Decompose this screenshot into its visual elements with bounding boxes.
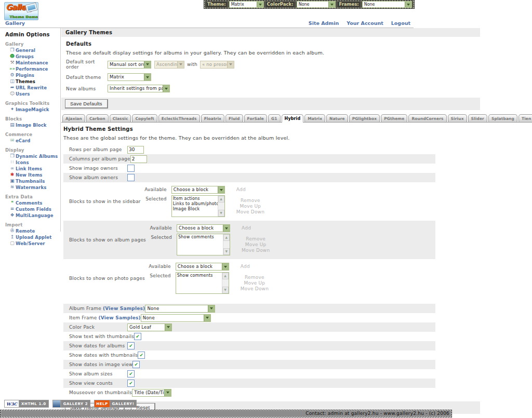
tab-roundcorners[interactable]: RoundCorners [408, 114, 446, 122]
album-move-up-link[interactable]: Move Up [242, 242, 270, 248]
sidebar-move-up-link[interactable]: Move Up [236, 204, 264, 209]
tab-forsale[interactable]: ForSale [244, 114, 268, 122]
show-dates-image-view-checkbox[interactable]: ✔ [132, 361, 140, 368]
tab-eclecticthreads[interactable]: EclecticThreads [158, 114, 200, 122]
photo-remove-block-link[interactable]: Remove [241, 275, 269, 280]
sidebar-item-web-server[interactable]: ▢ Web/Server [9, 240, 60, 246]
album-frame-select[interactable]: None [145, 305, 215, 313]
logout-link[interactable]: Logout [391, 20, 410, 26]
sidebar-item-multilanguage[interactable]: ❖ MultiLanguage [9, 212, 60, 218]
sidebar-item-watermarks[interactable]: ≋ Watermarks [9, 184, 60, 190]
scroll-up-icon[interactable]: ▲ [222, 273, 229, 279]
tab-floatrix[interactable]: Floatrix [201, 114, 224, 122]
album-available-block-select[interactable]: Choose a block [177, 224, 230, 232]
tab-hybrid[interactable]: Hybrid [282, 114, 304, 123]
scroll-down-icon[interactable]: ▼ [218, 210, 224, 217]
sidebar-item-performance[interactable]: »» Performance [9, 66, 60, 72]
show-album-owners-checkbox[interactable] [127, 174, 135, 181]
help-gallery-badge[interactable]: HELP GALLERY! [94, 400, 137, 408]
list-item[interactable]: Show comments [178, 235, 223, 240]
tab-copyleft[interactable]: Copyleft [132, 114, 157, 122]
show-dates-thumbnails-checkbox[interactable]: ✔ [138, 352, 145, 359]
sidebar-item-url-rewrite[interactable]: ➦ URL Rewrite [9, 85, 60, 90]
tab-siriux[interactable]: Siriux [448, 114, 467, 122]
new-albums-select[interactable]: Inherit settings from parent album [108, 85, 170, 92]
sidebar-selected-blocks-listbox[interactable]: Item actions Links to album/photo peers … [171, 195, 225, 217]
list-item[interactable]: Show comments [177, 273, 222, 278]
gallery2-badge[interactable]: GALLERY 2 [52, 400, 91, 408]
item-frame-select[interactable]: None [141, 314, 211, 322]
scroll-up-icon[interactable]: ▲ [218, 196, 224, 203]
sidebar-item-maintenance[interactable]: ⚒ Maintenance [9, 60, 60, 65]
save-defaults-button[interactable]: Save Defaults [65, 99, 108, 109]
list-item[interactable]: Image Block [173, 207, 218, 212]
sidebar-move-down-link[interactable]: Move Down [236, 209, 264, 215]
album-move-down-link[interactable]: Move Down [242, 248, 270, 253]
tab-carbon[interactable]: Carbon [86, 114, 109, 122]
rows-per-page-input[interactable] [127, 146, 144, 154]
scroll-down-icon[interactable]: ▼ [222, 287, 229, 293]
tab-nature[interactable]: Nature [326, 114, 348, 122]
color-pack-select[interactable]: Gold Leaf [127, 323, 172, 331]
sidebar-item-dynamic-albums[interactable]: ❒ Dynamic Albums [9, 153, 60, 159]
sidebar-item-new-items[interactable]: ✱ New Items [9, 172, 60, 178]
tab-g1[interactable]: G1 [268, 114, 281, 122]
sidebar-item-users[interactable]: ☺ Users [9, 91, 60, 97]
default-theme-select[interactable]: Matrix [108, 73, 151, 81]
tab-pglightbox[interactable]: PGlightbox [349, 114, 380, 122]
tab-matrix[interactable]: Matrix [304, 114, 325, 122]
tab-tien[interactable]: Tien [518, 114, 532, 122]
sidebar-item-general[interactable]: ❐ General [9, 47, 60, 53]
sidebar-item-remote[interactable]: ✇ Remote [9, 228, 60, 234]
sidebar-item-plugins[interactable]: ⚙ Plugins [9, 72, 60, 78]
sidebar-item-icons[interactable]: ∷ Icons [9, 159, 60, 165]
w3c-xhtml-badge[interactable]: W3C XHTML 1.0 [4, 400, 49, 408]
album-frame-view-samples-link[interactable]: (View Samples) [103, 306, 145, 311]
show-dates-albums-checkbox[interactable]: ✔ [127, 342, 135, 349]
sidebar-remove-block-link[interactable]: Remove [236, 198, 264, 204]
gallery-logo[interactable]: Gallery Theme Demo [4, 2, 38, 20]
sort-order-select[interactable]: Manual sort order [108, 61, 151, 69]
frames-select[interactable]: None [362, 1, 412, 8]
sidebar-item-thumbnails[interactable]: ▣ Thumbnails [9, 178, 60, 184]
list-item[interactable]: Item actions [173, 196, 218, 201]
photo-move-up-link[interactable]: Move Up [241, 280, 269, 286]
colorpack-select[interactable]: None [297, 1, 336, 8]
sidebar-available-block-select[interactable]: Choose a block [171, 186, 225, 194]
list-item[interactable]: Links to album/photo peers [173, 201, 218, 207]
sidebar-item-upload-applet[interactable]: ↥ Upload Applet [9, 234, 60, 240]
album-remove-block-link[interactable]: Remove [242, 236, 270, 242]
site-admin-link[interactable]: Site Admin [309, 20, 339, 26]
show-text-thumbnails-checkbox[interactable]: ✔ [134, 333, 141, 340]
sidebar-item-link-items[interactable]: ∞ Link Items [9, 166, 60, 171]
theme-select[interactable]: Matrix [229, 1, 264, 8]
tab-pgtheme[interactable]: PGtheme [381, 114, 407, 122]
tab-splatbang[interactable]: Splatbang [488, 114, 517, 122]
tab-fluid[interactable]: Fluid [225, 114, 243, 122]
sidebar-item-themes[interactable]: ◫ Themes [9, 78, 60, 84]
columns-per-page-input[interactable] [130, 155, 147, 163]
photo-move-down-link[interactable]: Move Down [241, 286, 269, 292]
photo-selected-blocks-listbox[interactable]: Show comments ▲ ▼ [176, 272, 229, 294]
sidebar-add-block-link[interactable]: Add [236, 186, 246, 192]
tab-slider[interactable]: Slider [468, 114, 487, 122]
show-album-sizes-checkbox[interactable]: ✔ [127, 370, 135, 377]
show-image-owners-checkbox[interactable] [127, 165, 135, 172]
tab-ajaxian[interactable]: Ajaxian [62, 114, 85, 122]
scrollbar[interactable]: ▲ ▼ [222, 273, 229, 293]
item-frame-view-samples-link[interactable]: (View Samples) [98, 315, 140, 320]
sidebar-item-ecard[interactable]: ✉ eCard [9, 138, 60, 143]
scrollbar[interactable]: ▲ ▼ [223, 234, 230, 255]
sidebar-item-groups[interactable]: ☻ Groups [9, 53, 60, 59]
photo-add-block-link[interactable]: Add [241, 263, 250, 269]
sidebar-item-comments[interactable]: ❝ Comments [9, 200, 60, 206]
album-selected-blocks-listbox[interactable]: Show comments ▲ ▼ [177, 234, 230, 255]
scroll-up-icon[interactable]: ▲ [223, 234, 230, 241]
photo-available-block-select[interactable]: Choose a block [176, 263, 229, 271]
mouseover-select[interactable]: Title (Date/Time) [132, 389, 171, 397]
tab-classic[interactable]: Classic [110, 114, 131, 122]
sidebar-item-custom-fields[interactable]: ≡ Custom Fields [9, 206, 60, 212]
sidebar-item-image-block[interactable]: ▤ Image Block [9, 122, 60, 128]
scroll-down-icon[interactable]: ▼ [223, 248, 230, 255]
sidebar-item-imagemagick[interactable]: ✦ ImageMagick [9, 106, 60, 112]
